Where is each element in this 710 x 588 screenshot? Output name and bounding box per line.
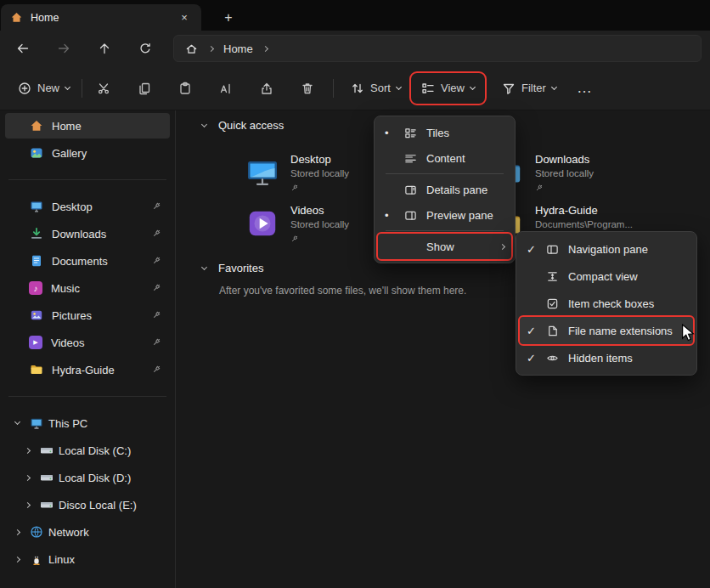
delete-button[interactable] xyxy=(294,75,321,102)
paste-button[interactable] xyxy=(172,75,199,102)
pin-icon xyxy=(152,228,161,240)
sidebar-item-local-disk-d[interactable]: Local Disk (D:) xyxy=(5,465,170,490)
tiles-view-icon xyxy=(403,127,417,139)
sidebar-item-downloads[interactable]: Downloads xyxy=(5,221,170,246)
chevron-right-icon[interactable] xyxy=(10,557,24,562)
chevron-down-icon[interactable] xyxy=(10,422,24,424)
section-title: Quick access xyxy=(218,119,284,132)
menu-item-file-name-extensions[interactable]: ✓ File name extensions xyxy=(520,317,693,344)
menu-item-navigation-pane[interactable]: ✓ Navigation pane xyxy=(520,235,693,263)
menu-item-label: Content xyxy=(426,152,465,165)
breadcrumb-home-icon xyxy=(184,42,199,56)
sidebar-item-this-pc[interactable]: This PC xyxy=(5,410,170,436)
eye-icon xyxy=(545,352,559,365)
pin-icon xyxy=(152,201,161,213)
menu-item-label: Hidden items xyxy=(568,352,633,365)
downloads-icon xyxy=(29,227,43,241)
filter-button[interactable]: Filter xyxy=(494,76,564,101)
breadcrumb-item-home[interactable]: Home xyxy=(223,42,253,55)
refresh-button[interactable] xyxy=(132,35,159,62)
view-button[interactable]: View xyxy=(414,76,482,101)
chevron-down-icon xyxy=(396,83,402,89)
mouse-cursor xyxy=(681,324,696,345)
menu-item-label: Compact view xyxy=(568,270,638,283)
tile-title: Desktop xyxy=(290,153,349,166)
sidebar-item-desktop[interactable]: Desktop xyxy=(5,194,170,219)
copy-button[interactable] xyxy=(131,75,158,102)
rename-button[interactable] xyxy=(212,75,239,102)
sort-button[interactable]: Sort xyxy=(343,76,409,101)
videos-folder-icon xyxy=(245,206,280,241)
address-bar[interactable]: Home xyxy=(173,35,702,62)
favorites-empty-text: After you've favorited some files, we'll… xyxy=(219,285,466,297)
breadcrumb-chevron-icon[interactable] xyxy=(208,45,214,51)
tile-subtitle: Documents\Program... xyxy=(535,219,633,229)
up-button[interactable] xyxy=(91,35,118,62)
new-button-label: New xyxy=(37,82,59,94)
sidebar-item-label: Hydra-Guide xyxy=(52,364,115,376)
sidebar-item-music[interactable]: ♪ Music xyxy=(5,275,170,301)
tile-subtitle: Stored locally xyxy=(535,168,594,178)
sidebar-item-pictures[interactable]: Pictures xyxy=(5,302,170,328)
sidebar-item-label: Home xyxy=(52,120,82,133)
chevron-right-icon[interactable] xyxy=(20,449,34,453)
menu-item-content[interactable]: Content xyxy=(378,145,511,171)
menu-item-label: Tiles xyxy=(426,127,449,139)
sidebar-item-documents[interactable]: Documents xyxy=(5,248,170,274)
favorites-header[interactable]: Favorites xyxy=(202,262,263,274)
chevron-right-icon[interactable] xyxy=(20,476,34,480)
forward-button[interactable] xyxy=(50,35,77,62)
menu-item-preview-pane[interactable]: • Preview pane xyxy=(378,202,511,228)
more-options-button[interactable]: … xyxy=(571,75,598,102)
quick-access-header[interactable]: Quick access xyxy=(202,119,284,132)
sidebar-item-gallery[interactable]: Gallery xyxy=(5,140,170,166)
chevron-down-icon[interactable] xyxy=(201,263,207,269)
menu-separator xyxy=(386,173,504,174)
navigation-bar: Home xyxy=(0,31,710,66)
menu-item-tiles[interactable]: • Tiles xyxy=(378,120,511,145)
breadcrumb-chevron-icon[interactable] xyxy=(262,45,268,51)
chevron-right-icon[interactable] xyxy=(20,503,34,507)
desktop-icon xyxy=(29,200,43,214)
chevron-right-icon[interactable] xyxy=(10,530,24,534)
menu-item-show[interactable]: Show xyxy=(378,234,511,259)
tab-home[interactable]: Home × xyxy=(1,4,201,31)
chevron-down-icon[interactable] xyxy=(201,121,207,127)
menu-item-details-pane[interactable]: Details pane xyxy=(378,177,511,202)
tile-title: Videos xyxy=(290,204,349,217)
sidebar-item-local-disk-c[interactable]: Local Disk (C:) xyxy=(5,438,170,463)
new-tab-button[interactable]: + xyxy=(217,7,239,29)
chevron-down-icon xyxy=(65,83,70,89)
sidebar-item-videos[interactable]: ▶ Videos xyxy=(5,330,170,355)
home-icon xyxy=(29,119,43,133)
selected-bullet-icon: • xyxy=(385,127,398,139)
tile-downloads[interactable]: Downloads Stored locally xyxy=(489,151,702,199)
share-button[interactable] xyxy=(253,75,280,102)
checkbox-icon xyxy=(545,297,559,310)
menu-item-compact-view[interactable]: Compact view xyxy=(520,263,693,290)
section-title: Favorites xyxy=(218,262,263,274)
sidebar-divider xyxy=(8,179,166,180)
sidebar-item-hydra-guide[interactable]: Hydra-Guide xyxy=(5,357,170,382)
cut-button[interactable] xyxy=(90,75,117,102)
sidebar-item-linux[interactable]: Linux xyxy=(5,546,170,572)
sidebar-item-home[interactable]: Home xyxy=(5,113,170,139)
close-tab-button[interactable]: × xyxy=(176,9,193,26)
this-pc-icon xyxy=(29,416,43,431)
sidebar-item-label: Videos xyxy=(51,336,85,349)
command-bar: New Sort View Filter … xyxy=(0,66,710,110)
titlebar: Home × + xyxy=(0,0,710,31)
music-icon: ♪ xyxy=(29,281,42,295)
pin-icon xyxy=(290,182,349,195)
menu-item-hidden-items[interactable]: ✓ Hidden items xyxy=(520,344,693,371)
file-extension-icon xyxy=(545,325,559,337)
sidebar-item-network[interactable]: Network xyxy=(5,519,170,545)
toolbar-divider xyxy=(82,79,82,98)
sidebar-item-label: Local Disk (C:) xyxy=(59,444,131,457)
menu-item-item-check-boxes[interactable]: Item check boxes xyxy=(520,290,693,317)
new-button[interactable]: New xyxy=(10,76,77,101)
sidebar-item-disco-local-e[interactable]: Disco Local (E:) xyxy=(5,492,170,517)
tile-title: Hydra-Guide xyxy=(535,204,633,217)
back-button[interactable] xyxy=(9,35,37,62)
sidebar-item-label: Local Disk (D:) xyxy=(59,472,131,484)
